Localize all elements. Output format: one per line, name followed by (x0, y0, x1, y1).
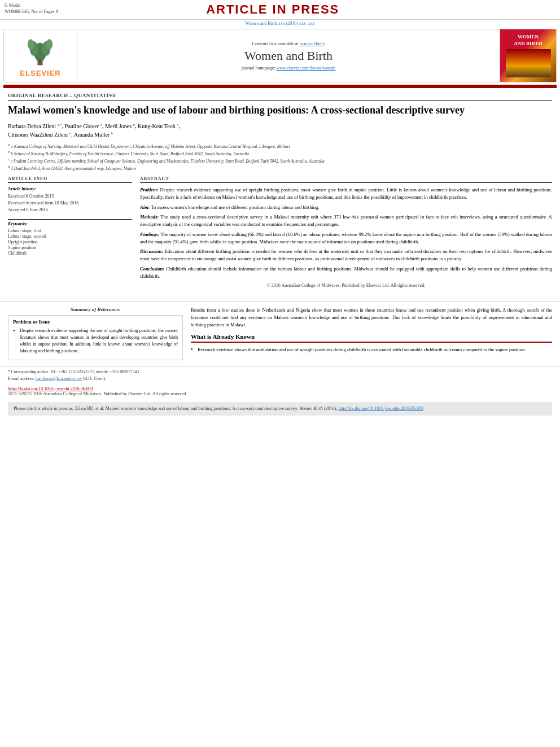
journal-name: Women and Birth (244, 49, 333, 63)
author-zileni: Barbara Debra Zileni a,* (8, 123, 62, 129)
corresponding-author: * Corresponding author. Tel.: +265 17516… (8, 369, 552, 375)
svg-point-4 (28, 39, 34, 49)
affiliation-d: d d DanChurchAid, Area 12/682, Along pre… (8, 164, 552, 172)
citation-box: Please cite this article in press as: Zi… (8, 402, 552, 416)
keyword-5: Childbirth (8, 251, 132, 256)
citation-year: (2016), (324, 406, 337, 411)
problem-bullet-text-1: Despite research evidence supporting the… (20, 327, 178, 355)
keywords-section: Keywords: Labour stage, first Labour sta… (8, 219, 132, 256)
author-muller: Amanda Muller b (74, 132, 113, 138)
journal-cover-image: WOMENAND BIRTH (500, 29, 556, 82)
what-known-bullet-1: • Research evidence shows that ambulatio… (191, 346, 552, 358)
bullet-icon-2: • (191, 346, 195, 358)
abstract-aim: Aim: To assess women's knowledge and use… (140, 204, 552, 211)
issn-line: 1871-5192/© 2016 Australian College of M… (8, 391, 552, 396)
article-info-header: ARTICLE INFO (8, 176, 132, 183)
journal-cover-text: WOMENAND BIRTH (514, 34, 542, 47)
citation-journal: Women Birth (299, 406, 323, 411)
keyword-4: Supine position (8, 245, 132, 250)
journal-header: ELSEVIER Contents lists available at Sci… (3, 29, 557, 82)
article-in-press-banner: ARTICLE IN PRESS (58, 2, 488, 17)
affiliation-c: c c Student Learning Centre, Affiliate m… (8, 157, 552, 164)
wombi-label: WOMBI-545; No. of Pages 8 (5, 8, 58, 15)
contents-line: Contents lists available at ScienceDirec… (252, 41, 325, 46)
abstract-copyright: © 2016 Australian College of Midwives. P… (140, 283, 552, 288)
svg-rect-6 (40, 59, 42, 65)
lower-section: Summary of Relevance: Problem or Issue •… (0, 307, 560, 360)
doi-url[interactable]: http://dx.doi.org/10.1016/j.wombi.2016.0… (8, 386, 93, 391)
abstract-section: ARTICLE INFO Article history: Received 6… (8, 176, 552, 288)
abstract-findings: Findings: The majority of women knew abo… (140, 231, 552, 246)
keyword-3: Upright position (8, 239, 132, 244)
keywords-label: Keywords: (8, 219, 132, 226)
doi-footer: http://dx.doi.org/10.1016/j.wombi.2016.0… (0, 384, 560, 399)
model-info: G Model WOMBI-545; No. of Pages 8 (5, 2, 58, 15)
results-para: Results from a few studies done in Nethe… (191, 307, 552, 328)
abstract-problem: Problem: Despite research evidence suppo… (140, 186, 552, 201)
citation-doi[interactable]: http://dx.doi.org/10.1016/j.wombi.2016.0… (338, 406, 423, 411)
citation-prefix: Please cite this article in press as: Zi… (14, 406, 298, 411)
problem-bullet-1: • Despite research evidence supporting t… (13, 327, 178, 355)
abstract-methods: Methods: The study used a cross-sectiona… (140, 213, 552, 228)
article-type: ORIGINAL RESEARCH – QUANTITATIVE (8, 93, 552, 101)
keyword-1: Labour stage, first (8, 228, 132, 233)
homepage-line: journal homepage: www.elsevier.com/locat… (242, 65, 336, 71)
email-label: E-mail address: (8, 376, 34, 381)
article-info-column: ARTICLE INFO Article history: Received 6… (8, 176, 132, 288)
summary-title: Summary of Relevance: (8, 307, 183, 312)
what-known-title: What is Already Known (191, 333, 552, 343)
problem-box: Problem or Issue • Despite research evid… (8, 315, 183, 360)
elsevier-logo-section: ELSEVIER (4, 29, 77, 82)
keyword-2: Labour stage, second (8, 234, 132, 239)
accepted-date: Accepted 6 June 2016 (8, 207, 132, 213)
author-waazileni: Chisomo WaaZileni Zileni d (8, 132, 71, 138)
elsevier-brand-text: ELSEVIER (20, 69, 60, 77)
affiliation-b: b b School of Nursing & Midwifery, Facul… (8, 150, 552, 157)
abstract-discussion: Discussion: Education about different bi… (140, 248, 552, 263)
what-known-column: Results from a few studies done in Nethe… (191, 307, 552, 360)
summary-column: Summary of Relevance: Problem or Issue •… (8, 307, 183, 360)
author-jones: Meril Jones b (105, 123, 135, 129)
section-divider (0, 302, 560, 302)
abstract-conclusion: Conclusion: Childbirth education should … (140, 265, 552, 280)
author-teoh: Kung-Keat Teoh c (138, 123, 178, 129)
email-line: E-mail address: hamlewah@kcn.unima.mw (B… (8, 375, 552, 382)
received-date: Received 6 October 2015 (8, 193, 132, 199)
sciencedirect-link[interactable]: ScienceDirect (300, 41, 325, 46)
revised-date: Received in revised form 18 May 2016 (8, 200, 132, 206)
main-content: ORIGINAL RESEARCH – QUANTITATIVE Malawi … (0, 88, 560, 297)
affiliation-a: a a Kamuzu College of Nursing, Maternal … (8, 142, 552, 150)
homepage-url[interactable]: www.elsevier.com/locate/wombi (276, 65, 335, 71)
abstract-header: ABSTRACT (140, 176, 552, 183)
journal-line: Women and Birth xxx (2016) xxx–xxx (0, 20, 560, 27)
top-header: G Model WOMBI-545; No. of Pages 8 ARTICL… (0, 0, 560, 20)
model-label: G Model (5, 2, 58, 8)
abstract-column: ABSTRACT Problem: Despite research evide… (140, 176, 552, 288)
problem-title: Problem or Issue (13, 319, 178, 325)
article-history-label: Article history: (8, 186, 132, 191)
elsevier-logo: ELSEVIER (20, 34, 60, 77)
article-title: Malawi women's knowledge and use of labo… (8, 104, 552, 117)
author-glover: Pauline Glover b (65, 123, 102, 129)
svg-point-5 (47, 39, 53, 49)
elsevier-tree-icon (23, 34, 57, 68)
journal-title-section: Contents lists available at ScienceDirec… (77, 29, 500, 82)
bullet-icon: • (13, 327, 18, 355)
affiliations: a a Kamuzu College of Nursing, Maternal … (8, 142, 552, 172)
email-suffix: (B.D. Zileni). (83, 376, 106, 381)
email-link[interactable]: hamlewah@kcn.unima.mw (36, 376, 82, 381)
authors-line: Barbara Debra Zileni a,*, Pauline Glover… (8, 121, 552, 139)
what-known-text-1: Research evidence shows that ambulation … (198, 346, 526, 353)
footnote-section: * Corresponding author. Tel.: +265 17516… (0, 366, 560, 384)
